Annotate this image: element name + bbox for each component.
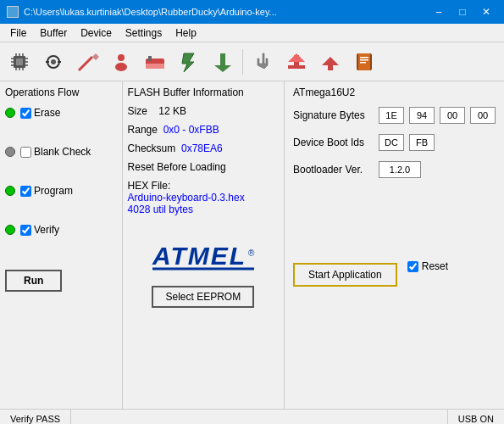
operations-flow-title: Operations Flow bbox=[5, 86, 117, 98]
svg-rect-16 bbox=[46, 61, 49, 63]
operation-blank-check: Blank Check bbox=[5, 144, 117, 159]
menu-device[interactable]: Device bbox=[74, 25, 119, 41]
toolbar-btn-9[interactable] bbox=[280, 46, 313, 78]
toolbar-btn-6[interactable] bbox=[173, 46, 205, 78]
sig-byte-3[interactable] bbox=[470, 107, 496, 124]
boot-byte-1[interactable] bbox=[409, 134, 435, 151]
hex-file-label: HEX File: bbox=[128, 180, 171, 192]
toolbar-btn-1[interactable] bbox=[3, 46, 36, 78]
svg-text:ATMEL: ATMEL bbox=[152, 242, 246, 270]
verify-text: Verify bbox=[34, 224, 59, 236]
erase-checkbox[interactable] bbox=[20, 108, 31, 119]
sig-byte-2[interactable] bbox=[440, 107, 465, 124]
cable-icon bbox=[42, 50, 65, 74]
menu-bar: File Buffer Device Settings Help bbox=[0, 24, 504, 42]
menu-file[interactable]: File bbox=[3, 25, 33, 41]
bootloader-value[interactable] bbox=[379, 161, 421, 178]
bootloader-label: Bootloader Ver. bbox=[293, 164, 374, 176]
erase-label[interactable]: Erase bbox=[20, 107, 60, 119]
close-button[interactable]: ✕ bbox=[475, 3, 497, 20]
verify-led bbox=[5, 225, 15, 235]
toolbar-btn-3[interactable] bbox=[71, 46, 103, 78]
toolbar-separator bbox=[242, 49, 243, 75]
svg-line-18 bbox=[79, 57, 92, 70]
svg-rect-26 bbox=[220, 53, 225, 65]
wand-icon bbox=[75, 50, 99, 74]
title-bar: C:\Users\lukas.kurtiniak\Desktop\RubberD… bbox=[0, 0, 504, 24]
reset-checkbox-label[interactable]: Reset bbox=[407, 260, 448, 272]
status-left: Verify PASS bbox=[0, 410, 71, 424]
blank-check-led bbox=[5, 147, 15, 157]
svg-text:®: ® bbox=[248, 248, 255, 258]
erase-text: Erase bbox=[34, 107, 60, 119]
blank-check-checkbox[interactable] bbox=[20, 147, 31, 158]
menu-help[interactable]: Help bbox=[169, 25, 203, 41]
svg-marker-31 bbox=[322, 57, 339, 65]
svg-marker-19 bbox=[92, 53, 99, 60]
svg-rect-5 bbox=[25, 61, 28, 63]
toolbar-btn-2[interactable] bbox=[37, 46, 69, 78]
toolbar-btn-10[interactable] bbox=[314, 46, 346, 78]
reset-label: Reset bbox=[422, 260, 448, 272]
blank-check-text: Blank Check bbox=[34, 146, 91, 158]
program-text: Program bbox=[34, 185, 73, 197]
svg-point-20 bbox=[118, 54, 125, 61]
svg-rect-23 bbox=[146, 64, 164, 69]
maximize-button[interactable]: □ bbox=[451, 3, 474, 20]
toolbar-btn-8[interactable] bbox=[246, 46, 279, 78]
toolbar-btn-5[interactable] bbox=[139, 46, 171, 78]
menu-settings[interactable]: Settings bbox=[119, 25, 169, 41]
start-application-button[interactable]: Start Application bbox=[293, 263, 397, 287]
svg-rect-17 bbox=[58, 61, 61, 63]
svg-rect-9 bbox=[22, 53, 24, 56]
reset-checkbox[interactable] bbox=[407, 261, 418, 272]
toolbar bbox=[0, 42, 504, 81]
toolbar-btn-4[interactable] bbox=[105, 46, 137, 78]
program-label[interactable]: Program bbox=[20, 185, 73, 197]
chip-icon bbox=[8, 50, 31, 74]
toolbar-btn-7[interactable] bbox=[207, 46, 239, 78]
panel-flash-buffer: FLASH Buffer Information Size 12 KB Rang… bbox=[123, 81, 285, 409]
hex-filename[interactable]: Arduino-keyboard-0.3.hex bbox=[128, 192, 245, 204]
sig-byte-1[interactable] bbox=[409, 107, 435, 124]
main-content: Operations Flow Erase Blank Check Progra… bbox=[0, 81, 504, 409]
device-title: ATmega16U2 bbox=[293, 86, 496, 98]
svg-marker-30 bbox=[288, 53, 305, 62]
svg-rect-32 bbox=[328, 65, 333, 70]
checksum-value[interactable]: 0x78EA6 bbox=[181, 142, 223, 154]
operation-program: Program bbox=[5, 183, 117, 198]
reset-label: Reset Before Loading bbox=[128, 161, 226, 173]
blank-check-label[interactable]: Blank Check bbox=[20, 146, 91, 158]
svg-rect-6 bbox=[25, 64, 28, 66]
boot-ids-row: Device Boot Ids bbox=[293, 134, 496, 151]
svg-rect-37 bbox=[360, 62, 366, 64]
range-row: Range 0x0 - 0xFBB bbox=[128, 124, 279, 136]
size-value: 12 KB bbox=[158, 105, 186, 117]
svg-marker-25 bbox=[182, 53, 194, 72]
boot-byte-0[interactable] bbox=[379, 134, 404, 151]
svg-rect-10 bbox=[15, 68, 17, 70]
toolbar-btn-11[interactable] bbox=[348, 46, 380, 78]
sig-label: Signature Bytes bbox=[293, 109, 374, 121]
bootloader-ver-row: Bootloader Ver. bbox=[293, 161, 496, 178]
hand-icon bbox=[251, 50, 274, 74]
verify-label[interactable]: Verify bbox=[20, 224, 59, 236]
run-button[interactable]: Run bbox=[5, 270, 62, 292]
reset-row: Reset Before Loading bbox=[128, 161, 279, 173]
range-value[interactable]: 0x0 - 0xFBB bbox=[163, 124, 219, 136]
sig-byte-0[interactable] bbox=[379, 107, 404, 124]
signature-bytes-row: Signature Bytes bbox=[293, 107, 496, 124]
verify-checkbox[interactable] bbox=[20, 225, 31, 236]
start-app-section: Start Application Reset bbox=[293, 246, 496, 287]
minimize-button[interactable]: – bbox=[428, 3, 450, 20]
svg-rect-7 bbox=[15, 53, 17, 56]
svg-rect-28 bbox=[288, 65, 305, 69]
select-eeprom-button[interactable]: Select EEPROM bbox=[152, 286, 254, 308]
menu-buffer[interactable]: Buffer bbox=[33, 25, 74, 41]
svg-rect-11 bbox=[19, 68, 20, 70]
hex-size: 4028 util bytes bbox=[128, 204, 193, 215]
upload-icon bbox=[285, 50, 308, 74]
size-row: Size 12 KB bbox=[128, 105, 279, 117]
svg-rect-8 bbox=[19, 53, 20, 56]
program-checkbox[interactable] bbox=[20, 186, 31, 197]
